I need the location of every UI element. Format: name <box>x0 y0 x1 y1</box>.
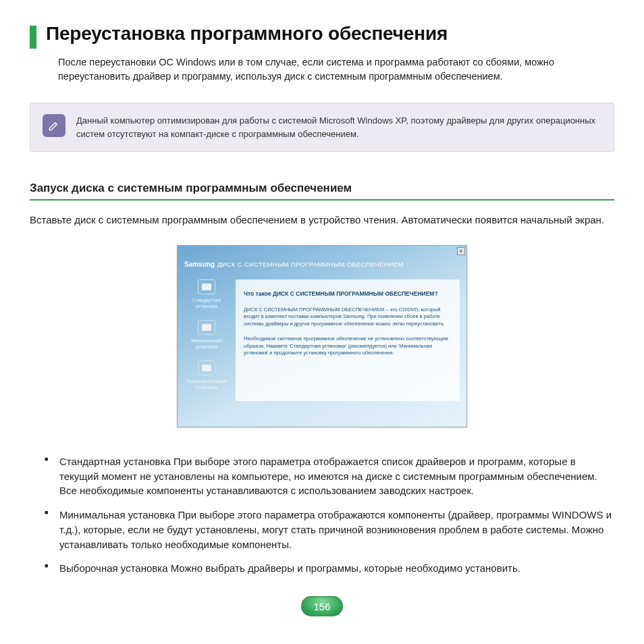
close-icon: × <box>457 247 465 255</box>
screenshot-sidebar-item: Стандартная установка <box>183 279 230 309</box>
screenshot-sidebar-item: Минимальная установка <box>183 320 230 350</box>
installer-screenshot: × Samsung ДИСК С СИСТЕМНЫМ ПРОГРАММНЫМ О… <box>177 245 467 427</box>
intro-paragraph: После переустановки ОС Windows или в том… <box>58 55 614 84</box>
screenshot-sidebar-label: Минимальная установка <box>183 338 230 350</box>
section-divider <box>30 199 614 200</box>
screenshot-pane-text: ДИСК С СИСТЕМНЫМ ПРОГРАММНЫМ ОБЕСПЕЧЕНИЕ… <box>244 306 452 328</box>
pencil-note-icon <box>43 114 65 137</box>
minimal-install-icon <box>198 320 215 335</box>
screenshot-content-pane: Что такое ДИСК С СИСТЕМНЫМ ПРОГРАММНЫМ О… <box>236 279 460 401</box>
screenshot-brand: Samsung <box>184 261 215 268</box>
list-item: Стандартная установка При выборе этого п… <box>45 454 614 498</box>
screenshot-sidebar-label: Стандартная установка <box>183 297 230 309</box>
page-heading: Переустановка программного обеспечения <box>46 23 448 45</box>
standard-install-icon <box>198 279 215 294</box>
install-options-list: Стандартная установка При выборе этого п… <box>45 454 614 576</box>
list-item: Минимальная установка При выборе этого п… <box>45 508 614 552</box>
screenshot-sidebar-label: Пользовательская установка <box>183 378 230 390</box>
page-number-badge: 156 <box>301 596 343 616</box>
screenshot-pane-heading: Что такое ДИСК С СИСТЕМНЫМ ПРОГРАММНЫМ О… <box>244 290 452 297</box>
custom-install-icon <box>198 360 215 375</box>
screenshot-title: ДИСК С СИСТЕМНЫМ ПРОГРАММНЫМ ОБЕСПЕЧЕНИЕ… <box>217 261 404 268</box>
note-callout: Данный компьютер оптимизирован для работ… <box>30 103 614 152</box>
screenshot-sidebar-item: Пользовательская установка <box>183 360 230 390</box>
screenshot-pane-text: Необходимое системное программное обеспе… <box>244 336 452 357</box>
section-heading: Запуск диска с системным программным обе… <box>30 182 614 195</box>
section-body-text: Вставьте диск с системным программным об… <box>30 213 614 227</box>
list-item: Выборочная установка Можно выбрать драйв… <box>45 561 614 576</box>
heading-accent-bar <box>30 26 36 49</box>
note-text: Данный компьютер оптимизирован для работ… <box>76 114 601 140</box>
